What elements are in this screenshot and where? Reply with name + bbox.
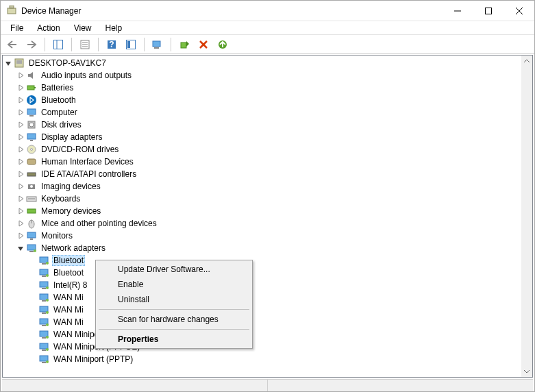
svg-rect-59 [42,300,46,302]
ctx-separator [99,329,249,330]
tree-expander[interactable] [15,132,26,143]
ctx-scan[interactable]: Scan for hardware changes [97,312,251,327]
scan-hardware-button[interactable] [150,37,165,52]
menu-help[interactable]: Help [100,23,128,34]
tree-expander[interactable] [15,243,26,254]
tree-expander[interactable] [15,169,26,180]
monitor-icon [26,230,37,241]
maximize-button[interactable] [473,1,503,21]
tree-expander[interactable] [3,58,14,69]
action-button[interactable] [123,37,138,52]
tree-category[interactable]: Imaging devices [3,180,521,193]
tree-expander[interactable] [15,181,26,192]
tree-device[interactable]: WAN Miniport (PPTP) [3,353,521,365]
tree-expander[interactable] [15,82,26,93]
tree-device[interactable]: Intel(R) 8 [3,279,521,291]
svg-rect-68 [42,337,46,339]
speaker-icon [26,70,37,81]
tree-category-label: DVD/CD-ROM drives [40,145,120,154]
help-button[interactable]: ? [104,37,119,52]
svg-rect-17 [154,47,159,49]
scroll-up-button[interactable] [521,56,532,66]
tree-category[interactable]: Batteries [3,82,521,94]
forward-button[interactable] [24,37,39,52]
tree-device[interactable]: WAN Mi [3,304,521,316]
tree-device[interactable]: WAN Mi [3,316,521,328]
tree-category[interactable]: IDE ATA/ATAPI controllers [3,168,521,180]
tree-category[interactable]: Audio inputs and outputs [3,69,521,82]
tree-root[interactable]: DESKTOP-5AV1KC7 [3,57,521,69]
tree-device-label: Bluetoot [52,255,85,266]
tree-expander[interactable] [15,218,26,229]
tree-device[interactable]: WAN Miniport (Network Monitor) [3,328,521,341]
tree-category-label: Imaging devices [40,182,102,191]
tree-category[interactable]: Mice and other pointing devices [3,217,521,230]
minimize-button[interactable] [442,1,473,21]
menu-action[interactable]: Action [32,23,65,34]
tree-category[interactable]: Computer [3,106,521,119]
tree-category[interactable]: Disk drives [3,119,521,131]
close-button[interactable] [503,1,534,21]
network-icon [38,280,49,291]
tree-device[interactable]: Bluetoot [3,267,521,279]
network-icon [38,292,49,303]
tree-expander[interactable] [15,193,26,204]
tree-expander[interactable] [15,156,26,167]
svg-rect-36 [27,173,36,176]
network-icon [38,341,49,352]
svg-rect-55 [40,282,48,287]
tree-expander[interactable] [15,206,26,217]
tree-root-label: DESKTOP-5AV1KC7 [27,58,108,68]
menu-file[interactable]: File [5,23,29,34]
tree-category-label: Network adapters [40,243,107,253]
update-driver-button[interactable] [215,37,230,52]
tree-device[interactable]: WAN Mi [3,291,521,304]
show-hide-tree-button[interactable] [51,37,66,52]
tree-category[interactable]: Memory devices [3,205,521,217]
tree-expander[interactable] [15,95,26,106]
status-pane-right [268,380,534,391]
tree-expander[interactable] [15,230,26,241]
svg-point-75 [46,360,49,363]
tree-device[interactable]: WAN Miniport (PPPOE) [3,341,521,353]
network-icon [26,243,37,254]
tree-category-label: IDE ATA/ATAPI controllers [40,169,138,179]
tree-category[interactable]: Keyboards [3,193,521,205]
ctx-update-driver[interactable]: Update Driver Software... [97,262,251,277]
enable-button[interactable] [177,37,192,52]
tree-category[interactable]: Network adapters [3,242,521,254]
svg-rect-31 [27,134,36,139]
tree-expander[interactable] [15,107,26,118]
device-tree[interactable]: DESKTOP-5AV1KC7Audio inputs and outputsB… [3,56,521,377]
ctx-uninstall[interactable]: Uninstall [97,292,251,307]
uninstall-button[interactable] [196,37,211,52]
statusbar [2,379,533,391]
tree-device-label: WAN Mi [52,293,85,302]
tree-category[interactable]: Monitors [3,230,521,242]
svg-rect-0 [8,8,16,14]
svg-point-60 [46,299,49,302]
bluetooth-icon [26,95,37,106]
ctx-enable[interactable]: Enable [97,277,251,292]
tree-expander[interactable] [15,144,26,155]
svg-rect-1 [10,5,14,8]
window-title: Device Manager [21,6,442,16]
tree-category[interactable]: Human Interface Devices [3,156,521,168]
network-icon [38,267,49,278]
mouse-icon [26,218,37,229]
tree-expander[interactable] [15,70,26,81]
tree-category[interactable]: Display adapters [3,131,521,143]
svg-point-30 [29,123,34,127]
tree-device[interactable]: Bluetoot [3,254,521,267]
tree-category[interactable]: DVD/CD-ROM drives [3,143,521,156]
svg-rect-64 [40,319,48,324]
vertical-scrollbar[interactable] [521,56,532,377]
ctx-properties[interactable]: Properties [97,332,251,347]
properties-button[interactable] [77,37,92,52]
tree-expander[interactable] [15,119,26,130]
scroll-down-button[interactable] [521,366,532,377]
back-button[interactable] [5,37,20,52]
tree-category[interactable]: Bluetooth [3,94,521,106]
menu-view[interactable]: View [69,23,97,34]
tree-category-label: Batteries [40,83,75,93]
